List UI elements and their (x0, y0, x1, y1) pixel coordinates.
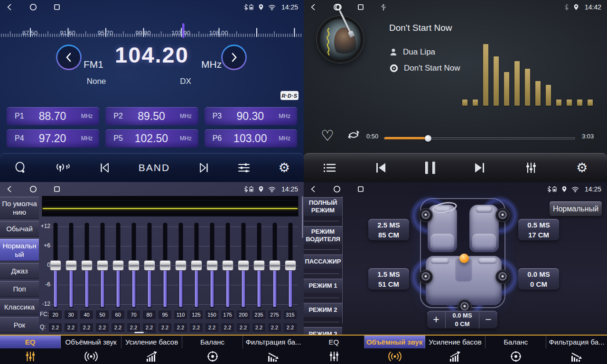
fc-value[interactable]: 30 (65, 310, 77, 319)
fc-value[interactable]: 95 (159, 310, 171, 319)
tab-bass-boost[interactable]: Усиление басов (425, 336, 486, 364)
nav-back-button[interactable] (309, 3, 317, 11)
slider-handle[interactable] (191, 260, 202, 271)
tab-balance[interactable]: Баланс (182, 336, 243, 364)
nav-recents-button[interactable] (53, 3, 61, 11)
sound-profile-button[interactable]: Нормальный (550, 201, 602, 216)
slider-handle[interactable] (206, 260, 218, 271)
q-value[interactable]: 2.2 (284, 323, 297, 332)
favorite-button[interactable]: ♡ (321, 127, 334, 144)
surround-mode-item-2[interactable]: ПАССАЖИР (304, 255, 342, 269)
eq-preset-item-1[interactable]: Обычай (0, 221, 39, 237)
fc-value[interactable]: 150 (205, 310, 218, 319)
nav-recents-button[interactable] (357, 185, 364, 193)
eq-band-slider-13[interactable] (251, 223, 267, 308)
slider-handle[interactable] (144, 260, 155, 271)
tab-filter[interactable]: Фильтрация ба... (546, 336, 607, 364)
nav-home-button[interactable] (333, 185, 341, 193)
eq-band-slider-14[interactable] (267, 223, 282, 308)
tab-bass-boost[interactable]: Усиление басов (121, 336, 182, 364)
eq-preset-item-6[interactable]: Рок (0, 317, 39, 333)
nav-back-button[interactable] (309, 185, 317, 193)
q-value[interactable]: 2.2 (80, 323, 93, 332)
next-track-button[interactable] (474, 162, 486, 174)
nav-recents-button[interactable] (357, 3, 364, 11)
q-value[interactable]: 2.2 (112, 323, 124, 332)
delay-rear-right-button[interactable]: 0.0 MS 0 CM (518, 268, 559, 290)
eq-band-slider-4[interactable] (110, 223, 126, 308)
q-value[interactable]: 2.2 (143, 323, 156, 332)
repeat-button[interactable] (346, 129, 361, 141)
slider-handle[interactable] (222, 260, 233, 271)
q-value[interactable]: 2.2 (205, 323, 218, 332)
fc-value[interactable]: 50 (96, 310, 109, 319)
eq-preset-item-4[interactable]: Поп (0, 281, 39, 297)
next-station-button[interactable] (197, 162, 210, 173)
playlist-button[interactable] (323, 162, 336, 173)
fc-value[interactable]: 70 (127, 310, 140, 319)
nav-home-button[interactable] (29, 3, 37, 11)
scrollbar[interactable] (302, 196, 303, 238)
pause-button[interactable] (425, 162, 435, 174)
speaker-front-left-icon[interactable] (419, 208, 433, 222)
eq-band-slider-1[interactable] (63, 223, 79, 308)
eq-preset-item-0[interactable]: По умолчанию (0, 197, 39, 219)
preset-button-p5[interactable]: P5102.50MHz (105, 129, 198, 147)
delay-decrease-button[interactable]: − (479, 311, 497, 328)
q-value[interactable]: 2.2 (237, 323, 250, 332)
slider-handle[interactable] (159, 260, 171, 271)
slider-handle[interactable] (128, 260, 140, 271)
q-value[interactable]: 2.2 (65, 323, 77, 332)
settings-button[interactable]: ⚙ (576, 161, 588, 174)
fc-value[interactable]: 110 (174, 310, 187, 319)
tab-balance[interactable]: Баланс (486, 336, 546, 364)
speaker-rear-left-icon[interactable] (419, 270, 433, 284)
surround-mode-item-3[interactable]: РЕЖИМ 1 (304, 279, 342, 293)
eq-preset-item-3[interactable]: Джаз (0, 263, 39, 279)
fc-value[interactable]: 80 (143, 310, 156, 319)
q-value[interactable]: 2.2 (268, 323, 281, 332)
eq-band-slider-5[interactable] (126, 223, 141, 308)
previous-track-button[interactable] (374, 162, 387, 174)
preset-button-p4[interactable]: P497.20MHz (7, 129, 99, 147)
q-value[interactable]: 2.2 (174, 323, 187, 332)
slider-handle[interactable] (285, 260, 296, 271)
surround-mode-item-4[interactable]: РЕЖИМ 2 (304, 303, 342, 317)
eq-band-slider-12[interactable] (235, 223, 251, 308)
slider-handle[interactable] (97, 260, 108, 271)
fc-value[interactable]: 235 (252, 310, 265, 319)
tab-surround-sound[interactable]: Объёмный звук (61, 336, 121, 364)
eq-band-slider-8[interactable] (173, 223, 188, 308)
q-value[interactable]: 2.2 (159, 323, 171, 332)
slider-handle[interactable] (175, 260, 187, 271)
speaker-front-right-icon[interactable] (495, 208, 510, 222)
fc-value[interactable]: 125 (190, 310, 203, 319)
scan-button[interactable] (14, 161, 27, 174)
broadcast-button[interactable] (55, 162, 71, 174)
fc-value[interactable]: 200 (237, 310, 250, 319)
nav-home-button[interactable] (29, 185, 37, 193)
slider-handle[interactable] (65, 260, 77, 271)
surround-mode-item-1[interactable]: РЕЖИМ ВОДИТЕЛЯ (304, 226, 342, 245)
delay-front-left-button[interactable]: 2.5 MS 85 CM (368, 219, 409, 240)
slider-handle[interactable] (253, 260, 265, 271)
slider-handle[interactable] (50, 260, 61, 271)
fc-value[interactable]: 175 (221, 310, 234, 319)
previous-station-button[interactable] (99, 162, 111, 173)
preset-button-p3[interactable]: P390.30MHz (205, 107, 297, 125)
fc-value[interactable]: 275 (268, 310, 281, 319)
eq-band-slider-11[interactable] (220, 223, 235, 308)
preset-button-p6[interactable]: P6103.00MHz (205, 129, 297, 147)
q-value[interactable]: 2.2 (221, 323, 234, 332)
q-value[interactable]: 2.2 (252, 323, 265, 332)
eq-band-slider-15[interactable] (282, 223, 298, 308)
fc-value[interactable]: 40 (80, 310, 93, 319)
settings-button[interactable]: ⚙ (279, 161, 290, 174)
speaker-rear-right-icon[interactable] (495, 270, 510, 284)
eq-band-slider-0[interactable] (47, 223, 63, 308)
seek-bar[interactable] (384, 135, 574, 142)
fc-value[interactable]: 20 (49, 310, 62, 319)
equalizer-button[interactable] (524, 162, 538, 174)
preset-button-p2[interactable]: P289.50MHz (105, 107, 198, 125)
tab-filter[interactable]: Фильтрация ба... (243, 336, 304, 364)
